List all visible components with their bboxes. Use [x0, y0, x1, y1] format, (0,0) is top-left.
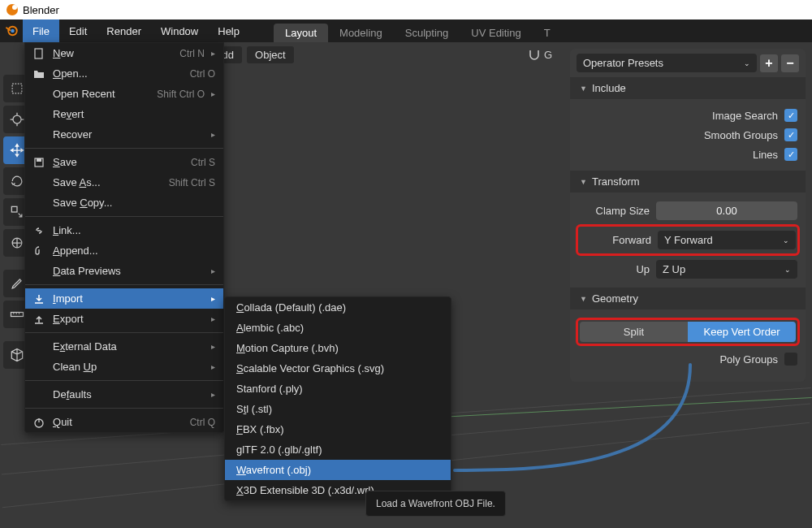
file-open[interactable]: Open...Ctrl O — [25, 63, 223, 84]
magnet-icon[interactable] — [528, 48, 541, 61]
export-icon — [33, 314, 45, 325]
up-select[interactable]: Z Up⌄ — [656, 260, 797, 279]
checkbox-lines[interactable]: ✓ — [784, 148, 797, 161]
file-append[interactable]: Append... — [25, 240, 223, 261]
preset-add-button[interactable]: + — [760, 54, 778, 72]
os-titlebar: Blender — [0, 0, 812, 19]
blender-app-icon — [6, 4, 18, 15]
svg-point-3 — [13, 115, 21, 123]
gizmo-label[interactable]: G — [544, 49, 552, 61]
up-row: Up Z Up⌄ — [578, 258, 797, 281]
power-icon — [33, 417, 45, 428]
menu-window[interactable]: Window — [151, 19, 208, 42]
file-clean-up[interactable]: Clean Up▸ — [25, 357, 223, 377]
tab-sculpting[interactable]: Sculpting — [394, 24, 460, 42]
tab-uv[interactable]: UV Editing — [460, 24, 532, 42]
folder-icon — [33, 68, 45, 80]
svg-rect-6 — [11, 313, 24, 317]
checkbox-image-search[interactable]: ✓ — [784, 109, 797, 122]
checkbox-poly-groups[interactable] — [784, 353, 797, 366]
clamp-size-row: Clamp Size 0.00 — [578, 199, 797, 223]
clamp-size-input[interactable]: 0.00 — [656, 201, 797, 220]
file-data-previews[interactable]: Data Previews▸ — [25, 261, 223, 281]
menu-edit[interactable]: Edit — [59, 19, 97, 42]
svg-point-1 — [11, 29, 15, 33]
file-open-recent[interactable]: Open RecentShift Ctrl O▸ — [25, 84, 223, 104]
checkbox-poly-groups-row: Poly Groups — [578, 349, 797, 369]
menu-separator — [25, 408, 223, 409]
keep-vert-order-button[interactable]: Keep Vert Order — [688, 322, 796, 342]
workspace-tabs: Layout Modeling Sculpting UV Editing T — [274, 19, 562, 42]
file-defaults[interactable]: Defaults▸ — [25, 384, 223, 405]
import-ply[interactable]: Stanford (.ply) — [225, 379, 451, 399]
menu-help[interactable]: Help — [208, 19, 249, 42]
forward-highlight: Forward Y Forward⌄ — [576, 224, 800, 256]
menu-separator — [25, 332, 223, 333]
checkbox-lines-row: Lines✓ — [578, 145, 797, 164]
file-revert[interactable]: Revert — [25, 104, 223, 124]
link-icon — [33, 225, 45, 236]
file-new[interactable]: NewCtrl N▸ — [25, 43, 223, 63]
tab-truncated[interactable]: T — [533, 24, 562, 42]
menu-separator — [25, 148, 223, 149]
file-export[interactable]: Export▸ — [25, 309, 223, 329]
topbar: File Edit Render Window Help Layout Mode… — [0, 19, 812, 42]
checkbox-image-search-row: Image Search✓ — [578, 106, 797, 125]
svg-rect-7 — [35, 49, 42, 58]
import-submenu: Collada (Default) (.dae) Alembic (.abc) … — [224, 296, 451, 501]
forward-select[interactable]: Y Forward⌄ — [658, 231, 796, 249]
import-stl[interactable]: Stl (.stl) — [225, 399, 451, 419]
header-object[interactable]: Object — [247, 46, 294, 63]
import-svg[interactable]: Scalable Vector Graphics (.svg) — [225, 358, 451, 379]
section-geometry[interactable]: ▼Geometry — [570, 288, 806, 309]
file-external-data[interactable]: External Data▸ — [25, 336, 223, 357]
import-alembic[interactable]: Alembic (.abc) — [225, 318, 451, 338]
split-button[interactable]: Split — [580, 322, 688, 342]
import-obj[interactable]: Wavefront (.obj) — [225, 460, 451, 480]
preset-remove-button[interactable]: − — [781, 54, 799, 72]
import-icon — [33, 293, 45, 305]
import-collada[interactable]: Collada (Default) (.dae) — [225, 297, 451, 318]
menu-separator — [25, 284, 223, 285]
checkbox-smooth-groups-row: Smooth Groups✓ — [578, 125, 797, 145]
tooltip: Load a Wavefront OBJ File. — [365, 491, 506, 517]
menu-separator — [25, 380, 223, 381]
file-menu-dropdown: NewCtrl N▸ Open...Ctrl O Open RecentShif… — [24, 42, 224, 433]
import-bvh[interactable]: Motion Capture (.bvh) — [225, 338, 451, 358]
file-save-as[interactable]: Save As...Shift Ctrl S — [25, 172, 223, 193]
file-save-copy[interactable]: Save Copy... — [25, 193, 223, 213]
window-title: Blender — [23, 4, 59, 16]
import-fbx[interactable]: FBX (.fbx) — [225, 419, 451, 439]
save-icon — [33, 157, 45, 168]
section-transform[interactable]: ▼Transform — [570, 171, 806, 193]
menu-render[interactable]: Render — [97, 19, 151, 42]
svg-rect-9 — [37, 158, 41, 162]
split-highlight: Split Keep Vert Order — [576, 318, 800, 346]
checkbox-smooth-groups[interactable]: ✓ — [784, 128, 797, 141]
operator-presets-dropdown[interactable]: Operator Presets⌄ — [577, 54, 757, 72]
svg-rect-2 — [12, 84, 22, 93]
file-new-icon — [33, 48, 45, 59]
file-link[interactable]: Link... — [25, 220, 223, 240]
tab-modeling[interactable]: Modeling — [328, 24, 394, 42]
blender-app: File Edit Render Window Help Layout Mode… — [0, 19, 812, 528]
operator-panel: Operator Presets⌄ + − ▼Include Image Sea… — [570, 49, 806, 382]
tab-layout[interactable]: Layout — [274, 24, 328, 42]
file-recover[interactable]: Recover▸ — [25, 124, 223, 145]
append-icon — [33, 245, 45, 257]
file-quit[interactable]: QuitCtrl Q — [25, 412, 223, 432]
file-save[interactable]: SaveCtrl S — [25, 152, 223, 172]
import-gltf[interactable]: glTF 2.0 (.glb/.gltf) — [225, 439, 451, 460]
blender-logo-icon[interactable] — [0, 19, 23, 42]
section-include[interactable]: ▼Include — [570, 77, 806, 99]
svg-rect-4 — [11, 206, 17, 212]
menu-file[interactable]: File — [23, 19, 59, 42]
menu-separator — [25, 216, 223, 217]
file-import[interactable]: Import▸ — [25, 288, 223, 309]
